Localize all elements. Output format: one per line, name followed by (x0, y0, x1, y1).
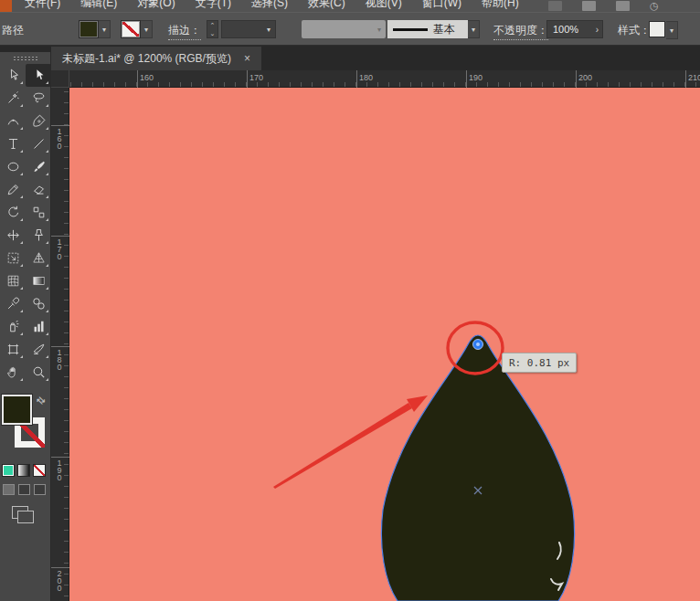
graphic-style-swatch[interactable] (649, 21, 665, 37)
magic-wand-tool[interactable] (0, 87, 26, 110)
type-tool[interactable] (0, 132, 26, 155)
pencil-icon (5, 182, 21, 197)
menu-item-4[interactable]: 文字(T) (186, 0, 241, 11)
clock-icon[interactable]: ◷ (650, 1, 663, 11)
draw-inside-button[interactable] (34, 484, 46, 495)
stroke-weight-stepper[interactable]: ⌃⌄ (207, 20, 218, 38)
draw-normal-button[interactable] (3, 484, 15, 495)
perspective-grid-tool[interactable] (26, 247, 51, 269)
opacity-panel-link[interactable]: 不透明度： (493, 23, 548, 40)
shape-builder-icon (31, 227, 47, 243)
zoom-tool[interactable] (26, 361, 51, 384)
chevron-down-icon[interactable]: ▾ (141, 20, 153, 38)
stroke-panel-link[interactable]: 描边： (168, 23, 201, 40)
stroke-swatch[interactable] (121, 20, 141, 38)
vertical-ruler[interactable]: 160170180190200 (51, 88, 69, 601)
type-icon (5, 136, 21, 152)
fill-color-picker[interactable]: ▾ (79, 20, 111, 38)
ruler-tick (576, 70, 577, 88)
symbol-sprayer-tool[interactable] (0, 315, 26, 338)
ruler-label: 210 (688, 73, 700, 82)
lasso-tool[interactable] (26, 87, 51, 110)
document-tab[interactable]: 未标题-1.ai* @ 1200% (RGB/预览) × (51, 47, 261, 70)
line-segment-tool[interactable] (26, 132, 51, 155)
profile-name: 基本 (433, 22, 455, 37)
curvature-tool[interactable] (0, 110, 26, 132)
bridge-icon[interactable] (548, 1, 562, 11)
stroke-profile-preview (393, 28, 428, 31)
stroke-color-picker[interactable]: ▾ (121, 20, 153, 38)
direct-selection-tool[interactable] (0, 64, 26, 87)
lasso-icon (31, 90, 47, 106)
width-profile-select[interactable]: 基本 ▾ (387, 20, 480, 38)
blend-tool[interactable] (26, 292, 51, 315)
direct-selection-icon (5, 68, 21, 83)
menu-item-5[interactable]: 选择(S) (241, 0, 298, 11)
context-label: 路径 (2, 23, 24, 38)
slice-tool[interactable] (26, 338, 51, 361)
chevron-down-icon[interactable]: ▾ (99, 20, 111, 38)
ruler-label: 180 (55, 349, 64, 371)
menu-item-7[interactable]: 视图(V) (355, 0, 412, 11)
chevron-down-icon[interactable]: ▾ (666, 21, 678, 39)
eraser-icon (31, 182, 47, 197)
free-transform-tool[interactable] (0, 247, 26, 269)
illustrator-window: 文件(F)编辑(E)对象(O)文字(T)选择(S)效果(C)视图(V)窗口(W)… (0, 0, 700, 601)
teardrop-shape[interactable] (381, 335, 574, 601)
menu-item-8[interactable]: 窗口(W) (412, 0, 472, 11)
brush-definition-select: ▾ (302, 20, 386, 38)
hand-tool[interactable] (0, 361, 26, 384)
ruler-label: 180 (359, 73, 373, 82)
ruler-tick (51, 346, 69, 347)
fill-swatch[interactable] (79, 20, 99, 38)
pencil-tool[interactable] (0, 178, 26, 201)
fill-color-indicator[interactable] (2, 395, 32, 425)
color-button[interactable] (2, 464, 15, 477)
pen-tool[interactable] (26, 110, 51, 132)
gradient-tool[interactable] (26, 269, 51, 292)
change-screen-mode-button[interactable] (12, 506, 28, 519)
selection-tool[interactable] (26, 64, 51, 87)
swap-fill-stroke-icon[interactable]: ⇄ (34, 394, 48, 408)
magic-wand-icon (5, 90, 21, 106)
app-logo-icon (0, 0, 12, 12)
chevron-right-icon[interactable]: › (592, 25, 602, 35)
menu-item-3[interactable]: 对象(O) (127, 0, 185, 11)
ruler-origin-corner[interactable] (51, 70, 69, 88)
none-button[interactable] (33, 464, 46, 477)
shape-builder-tool[interactable] (26, 224, 51, 247)
panel-gripper[interactable] (13, 56, 38, 60)
chevron-down-icon[interactable]: ▾ (468, 20, 480, 38)
ruler-tick (51, 236, 69, 237)
chevron-down-icon: ▾ (373, 26, 386, 34)
column-graph-tool[interactable] (26, 315, 51, 338)
ellipse-tool[interactable] (0, 155, 26, 178)
menu-item-1[interactable]: 文件(F) (15, 0, 70, 11)
mesh-tool[interactable] (0, 269, 26, 292)
arrange-documents-icon[interactable] (582, 1, 596, 11)
curvature-icon (5, 113, 21, 129)
control-bar: 路径 ▾ ▾ 描边： ⌃⌄ ▾ ▾ 基本 ▾ 不透明度： 100% › 样式： … (0, 13, 700, 46)
eyedropper-tool[interactable] (0, 292, 26, 315)
close-icon[interactable]: × (244, 53, 250, 64)
style-label: 样式： (618, 23, 651, 38)
width-tool[interactable] (0, 224, 26, 247)
paintbrush-tool[interactable] (26, 155, 51, 178)
ruler-tick (51, 125, 69, 126)
workspaces-icon[interactable] (616, 1, 630, 11)
eraser-tool[interactable] (26, 178, 51, 201)
artboard-tool[interactable] (0, 338, 26, 361)
opacity-input[interactable]: 100% › (546, 20, 603, 38)
artboard-canvas[interactable]: R: 0.81 px (69, 88, 700, 601)
rotate-tool[interactable] (0, 201, 26, 224)
horizontal-ruler[interactable]: 160170180190200210 (69, 70, 700, 88)
anchor-point-center (476, 343, 480, 346)
menu-item-9[interactable]: 帮助(H) (472, 0, 529, 11)
ruler-tick (51, 567, 69, 568)
draw-behind-button[interactable] (18, 484, 30, 495)
gradient-button[interactable] (17, 464, 30, 477)
menu-item-6[interactable]: 效果(C) (298, 0, 355, 11)
menu-item-2[interactable]: 编辑(E) (70, 0, 127, 11)
scale-tool[interactable] (26, 201, 51, 224)
stroke-weight-select[interactable]: ▾ (221, 20, 276, 38)
